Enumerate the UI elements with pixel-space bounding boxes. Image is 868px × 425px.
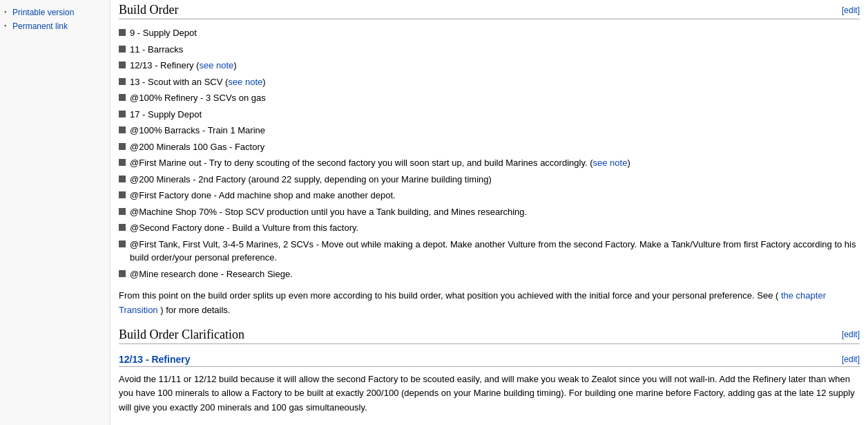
- list-item: 13 - Scout with an SCV (see note): [119, 74, 860, 91]
- see-note-link-scout[interactable]: see note: [228, 77, 262, 87]
- list-bullet: [119, 191, 126, 198]
- clarification-section: Build Order Clarification [edit] 12/13 -…: [119, 328, 860, 425]
- build-order-list: 9 - Supply Depot 11 - Barracks 12/13 - R…: [119, 25, 860, 282]
- refinery-subsection-text: Avoid the 11/11 or 12/12 build because i…: [119, 372, 860, 415]
- refinery-subsection-edit-link[interactable]: [edit]: [842, 355, 860, 364]
- list-bullet: [119, 143, 126, 150]
- list-item-text: 13 - Scout with an SCV (see note): [130, 75, 860, 89]
- permanent-link[interactable]: Permanent link: [0, 19, 110, 33]
- list-item-text: @100% Refinery - 3 SCVs on gas: [130, 91, 860, 105]
- list-item: 17 - Supply Depot: [119, 106, 860, 123]
- list-bullet: [119, 176, 126, 182]
- list-item-text: 12/13 - Refinery (see note): [130, 59, 860, 73]
- build-order-title: Build Order: [119, 3, 178, 17]
- build-order-paragraph: From this point on the build order split…: [119, 289, 860, 318]
- list-bullet: [119, 46, 126, 53]
- list-item-text: 17 - Supply Depot: [130, 108, 860, 122]
- list-item-text: @First Factory done - Add machine shop a…: [130, 189, 860, 202]
- list-bullet: [119, 159, 126, 166]
- list-item: @200 Minerals 100 Gas - Factory: [119, 139, 860, 155]
- list-bullet: [119, 126, 126, 133]
- list-bullet: [119, 94, 126, 101]
- list-bullet: [119, 78, 126, 85]
- refinery-subsection: 12/13 - Refinery [edit] Avoid the 11/11 …: [119, 354, 860, 415]
- refinery-subsection-header: 12/13 - Refinery [edit]: [119, 354, 860, 367]
- list-bullet: [119, 224, 126, 231]
- list-item: @100% Barracks - Train 1 Marine: [119, 122, 860, 139]
- list-item-text: @Mine research done - Research Siege.: [130, 267, 860, 281]
- list-item-text: @100% Barracks - Train 1 Marine: [130, 124, 860, 138]
- refinery-subsection-title: 12/13 - Refinery: [119, 354, 191, 365]
- list-item: 12/13 - Refinery (see note): [119, 57, 860, 74]
- main-content: Build Order [edit] 9 - Supply Depot 11 -…: [110, 0, 868, 425]
- list-item: @First Tank, First Vult, 3-4-5 Marines, …: [119, 236, 860, 266]
- list-item: @Mine research done - Research Siege.: [119, 266, 860, 283]
- clarification-edit-link[interactable]: [edit]: [842, 330, 860, 339]
- list-item: @Machine Shop 70% - Stop SCV production …: [119, 204, 860, 220]
- list-item-text: @200 Minerals 100 Gas - Factory: [130, 140, 860, 154]
- list-bullet: [119, 111, 126, 117]
- list-item-text: @Machine Shop 70% - Stop SCV production …: [130, 205, 860, 219]
- list-bullet: [119, 62, 126, 68]
- see-note-link-refinery[interactable]: see note: [199, 60, 233, 70]
- see-note-link-marine[interactable]: see note: [593, 158, 628, 168]
- list-item-text: @200 Minerals - 2nd Factory (around 22 s…: [130, 173, 860, 187]
- printable-version-link[interactable]: Printable version: [0, 6, 110, 19]
- list-item: @First Factory done - Add machine shop a…: [119, 187, 860, 204]
- list-item: 9 - Supply Depot: [119, 25, 860, 41]
- build-order-edit-link[interactable]: [edit]: [842, 6, 860, 15]
- clarification-title: Build Order Clarification: [119, 328, 244, 342]
- list-item: @100% Refinery - 3 SCVs on gas: [119, 90, 860, 106]
- list-item: @Second Factory done - Build a Vulture f…: [119, 220, 860, 236]
- list-item-text: @First Marine out - Try to deny scouting…: [130, 156, 860, 170]
- list-bullet: [119, 270, 126, 277]
- list-item: @First Marine out - Try to deny scouting…: [119, 155, 860, 171]
- clarification-header: Build Order Clarification [edit]: [119, 328, 860, 344]
- list-item-text: 11 - Barracks: [130, 43, 860, 57]
- list-item-text: @Second Factory done - Build a Vulture f…: [130, 221, 860, 235]
- list-item: @200 Minerals - 2nd Factory (around 22 s…: [119, 171, 860, 188]
- list-bullet: [119, 240, 126, 247]
- list-bullet: [119, 29, 126, 36]
- list-item-text: 9 - Supply Depot: [130, 26, 860, 40]
- list-bullet: [119, 208, 126, 215]
- list-item-text: @First Tank, First Vult, 3-4-5 Marines, …: [130, 238, 860, 265]
- list-item: 11 - Barracks: [119, 41, 860, 58]
- sidebar: Printable version Permanent link: [0, 0, 110, 425]
- build-order-header: Build Order [edit]: [119, 3, 860, 19]
